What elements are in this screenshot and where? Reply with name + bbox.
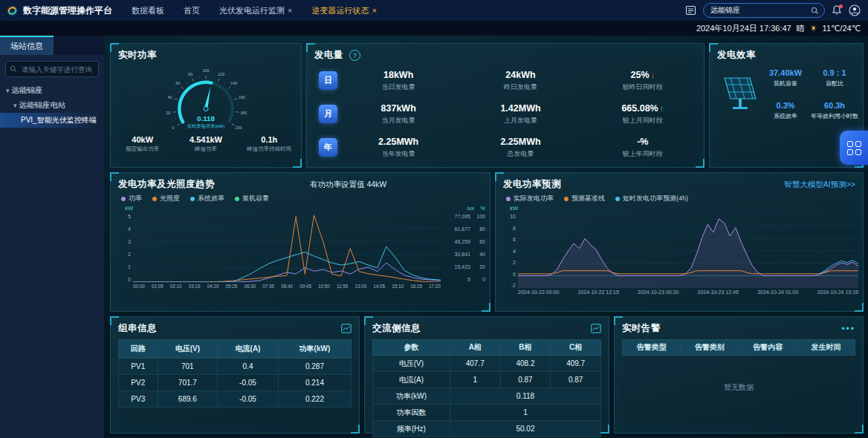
series-line [133,263,441,282]
close-tab-icon[interactable]: × [372,7,376,15]
quick-menu-button[interactable] [840,131,868,165]
tree-item[interactable]: PVI_智能光伏监控终端 [0,113,104,128]
document-icon[interactable] [685,5,696,16]
legend-label: 光照度 [160,194,180,203]
tree-item-label: 远能锦座电站 [19,100,66,111]
tree-item[interactable]: ▾远能锦座 [0,83,104,98]
table-cell: 功率(kW) [373,388,450,405]
stat-value: 2.25MWh [459,137,581,147]
legend-item[interactable]: 功率 [121,194,142,203]
panel-power-forecast: 发电功率预测 智慧大模型AI预测>> 实际发电功率预测基准线短时发电功率预测(4… [495,172,864,312]
nav-tab[interactable]: 逆变器运行状态× [311,5,376,16]
legend-label: 短时发电功率预测(4h) [623,194,688,203]
axis-tick: 06:30 [244,284,256,289]
generation-row: 年2.25MWh当年发电量2.25MWh总发电量-%较上年同时段 [307,131,704,164]
sidebar-tabs: 场站信息 [0,36,104,55]
nav-tab[interactable]: 首页 [184,5,200,16]
stat-label: 上月发电量 [459,116,581,125]
sidebar: 场站信息 ▾远能锦座▾远能锦座电站PVI_智能光伏监控终端 [0,36,104,438]
axis-tick: 2024-10-22 12:15 [578,290,619,295]
stat-value: 25%↓ [582,70,704,80]
calendar-icon: 日 [319,71,337,90]
nav-tab[interactable]: 数据看板 [132,5,164,16]
panel-realtime-power: 实时功率 0204060801001201401601802000.118实时发… [110,43,302,168]
table-row: PV17010.40.287 [119,359,352,375]
axis-tick: 50 [441,277,485,282]
efficiency-stat: 37.40kW装机容量 [763,68,808,88]
solar-panel-icon [716,72,759,117]
legend-item[interactable]: 装机容量 [235,194,269,203]
table-cell: 1 [450,372,500,388]
generation-rows: 日18kWh当日发电量24kWh昨日发电量25%↓较昨日同时段月837kWh当月… [307,64,704,164]
table-row: 功率(kW)0.118 [373,388,601,405]
pct-tick: 40 [473,252,485,257]
efficiency-stat: 0.9 : 1容配比 [811,68,858,88]
line-chart-icon[interactable] [341,324,352,333]
nav-tab-label: 光伏发电运行监测 [219,5,285,16]
help-icon[interactable]: ? [349,50,360,61]
panel-string-info: 组串信息 回路电压(V)电流(A)功率(kW)PV17010.40.287PV2… [110,316,360,434]
tree-item[interactable]: ▾远能锦座电站 [0,98,104,113]
column-header: 告警类别 [681,340,739,356]
stat-value: 0.1h [238,135,301,144]
panel-alarms: 实时告警 ••• 告警类型告警类别告警内容发生时间 暂无数据 [614,316,864,434]
gauge-value: 0.118 [197,114,216,122]
table-cell: 701 [158,359,218,375]
sidebar-search[interactable] [5,61,99,77]
table-cell: 电流(A) [373,372,450,388]
sun-icon: ☀ [810,24,817,33]
statusbar: 2024年10月24日 17:36:47 晴 ☀ 11℃/24℃ [0,21,868,36]
table-cell: PV2 [119,375,158,391]
stat-value: 4.541kW [174,135,237,144]
panel-title: 发电效率 [717,49,756,62]
svg-text:60: 60 [175,81,180,85]
axis-tick: 07:35 [262,284,274,289]
table-cell: 409.7 [551,356,601,372]
trend-x-labels: 00:0001:0502:1003:1504:2005:2506:3007:35… [133,284,441,289]
line-chart-icon[interactable] [591,324,601,333]
legend-item[interactable]: 实际发电功率 [506,194,554,203]
stat-label: 较昨日同时段 [582,82,704,92]
trend-down-icon: ↓ [651,71,655,79]
ai-forecast-link[interactable]: 智慧大模型AI预测>> [784,180,855,190]
legend-item[interactable]: 预测基准线 [564,194,605,203]
efficiency-stats: 37.40kW装机容量0.9 : 1容配比0.3%系统效率60.3h年等效利用小… [763,68,858,120]
lux-tick: 61,677 [445,226,470,232]
search-icon[interactable] [811,7,819,15]
stat-label: 当日发电量 [337,82,459,92]
panel-title: 实时告警 [622,322,661,335]
avatar[interactable] [849,4,861,16]
nav-tab[interactable]: 光伏发电运行监测× [219,5,292,16]
tab-station-info[interactable]: 场站信息 [0,36,54,55]
generation-stat: 25%↓较昨日同时段 [582,70,704,92]
column-header: 发生时间 [797,340,855,356]
stat-label: 系统效率 [763,112,808,120]
grid-menu-icon [847,141,861,155]
svg-text:120: 120 [218,72,224,76]
stat-label: 峰值功率持续时间 [238,146,301,153]
bell-icon[interactable] [832,5,842,16]
axis-tick: 09:45 [299,284,311,289]
sidebar-search-input[interactable] [20,65,94,74]
table-cell: 功率因数 [373,405,450,421]
legend-label: 系统效率 [198,194,224,203]
axis-tick: 02:10 [170,284,182,289]
legend-item[interactable]: 系统效率 [190,194,224,203]
close-tab-icon[interactable]: × [288,7,292,15]
gauge-label: 实时发电功率(kW) [187,123,225,128]
station-search[interactable] [703,3,825,18]
more-icon[interactable]: ••• [841,324,855,334]
trend-right-ticks: 77,09510061,6778046,2596030,8414015,4232… [441,214,485,282]
panel-ac-info: 交流侧信息 参数A相B相C相电压(V)407.7408.2409.7电流(A)1… [364,316,609,434]
table-cell: 50.02 [450,421,600,437]
legend-item[interactable]: 短时发电功率预测(4h) [615,194,688,203]
generation-stat: 18kWh当日发电量 [337,70,459,92]
forecast-x-labels: 2024-10-22 00:002024-10-22 12:152024-10-… [518,290,858,295]
axis-tick: 2 [513,260,516,265]
pct-tick: 0 [473,277,485,282]
axis-tick: 61,67780 [441,226,485,232]
legend-item[interactable]: 光照度 [152,194,180,203]
table-row: PV2701.7-0.050.214 [119,375,352,391]
station-search-input[interactable] [709,6,808,16]
table-cell: 701.7 [158,375,218,391]
